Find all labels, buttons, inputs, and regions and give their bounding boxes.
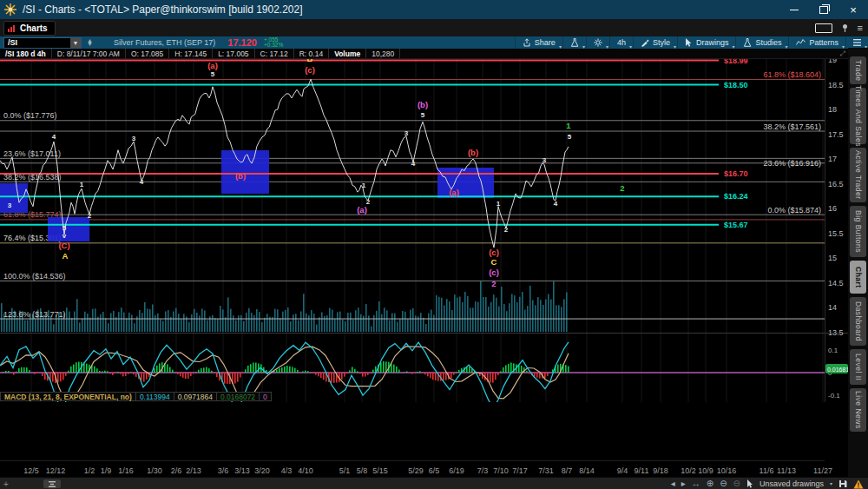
price-chart[interactable]: 0.0% ($17.776)23.6% ($17.011)38.2% ($16.…: [0, 0, 848, 402]
zoom-reset-icon[interactable]: ⊖: [733, 479, 740, 488]
time-axis-label: 2/13: [186, 466, 201, 475]
pattern-icon: [796, 38, 806, 47]
tools-button[interactable]: ▾: [562, 36, 586, 49]
drawings-button-label: Drawings: [696, 38, 729, 47]
time-axis-label: 1/9: [101, 466, 112, 475]
close-button[interactable]: ×: [838, 0, 868, 19]
macd-study-label[interactable]: MACD (13, 21, 8, EXPONENTIAL, no): [0, 392, 136, 401]
time-axis-label: 2/6: [171, 466, 182, 475]
zoom-in-icon[interactable]: ⊕: [707, 479, 713, 488]
sidebar-tab-times-and-sales[interactable]: Times And Sales: [850, 88, 866, 144]
sidebar-tab-trade[interactable]: Trade: [850, 56, 866, 84]
share-button[interactable]: Share▾: [515, 36, 562, 49]
symbol-link-icon[interactable]: ▲▼: [87, 39, 93, 46]
macd-value-badge: 0.01681: [827, 367, 848, 373]
status-bar: + ◂ ▸ ↔ ⊕ ⊖ ⊖ Unsaved drawings ▾: [0, 477, 868, 489]
sidebar-tab-live-news[interactable]: Live News: [850, 388, 866, 432]
fit-width-icon[interactable]: ↔: [692, 479, 700, 488]
style-button[interactable]: Style▾: [633, 36, 677, 49]
restore-button[interactable]: [809, 0, 838, 19]
wave-label: 1: [362, 182, 366, 189]
studies-button-label: Studies: [755, 38, 781, 47]
share-button-label: Share: [535, 38, 556, 47]
price-axis-label: 15.5: [828, 229, 844, 238]
data-line-cell: D: 8/11/17 7:00 AM: [52, 49, 126, 58]
change-percent: +0.32%: [264, 43, 283, 49]
zoom-out-icon[interactable]: ⊖: [720, 479, 727, 488]
symbol-input[interactable]: /SI ▼: [3, 37, 82, 49]
title-bar: /SI - Charts - <TOTAL> Paper@thinkorswim…: [0, 0, 868, 19]
menu-icon: [853, 39, 861, 46]
pan-right-icon[interactable]: ▸: [681, 479, 686, 488]
warning-icon[interactable]: [853, 479, 864, 489]
gadget-sidebar: TradeTimes And SalesActive TraderBig But…: [848, 48, 868, 477]
macd-axis-label: -0.1: [828, 392, 840, 400]
style-button-label: Style: [653, 38, 670, 47]
flask-icon: [743, 38, 752, 47]
time-axis-label: 8/7: [562, 466, 573, 475]
resize-icon[interactable]: ⤢: [840, 50, 845, 58]
pan-left-icon[interactable]: ◂: [671, 479, 675, 488]
sidebar-tab-big-buttons[interactable]: Big Buttons: [850, 206, 866, 257]
time-axis-label: 1/30: [147, 466, 162, 475]
wave-label: 2: [620, 183, 624, 193]
cursor-icon: [685, 38, 693, 47]
cursor-icon[interactable]: [746, 479, 753, 488]
sidebar-tab-dashboard[interactable]: Dashboard: [850, 297, 866, 346]
time-axis-label: 10/9: [698, 466, 713, 475]
macd-value: 0.113994: [136, 392, 174, 401]
symbol-dropdown-icon[interactable]: ▼: [70, 38, 81, 48]
price-axis-label: 17.5: [828, 130, 844, 139]
wave-label: A: [62, 251, 69, 261]
wave-label: 3: [542, 156, 547, 164]
drawings-button[interactable]: Drawings▾: [677, 36, 736, 49]
time-axis-label: 12/12: [46, 466, 66, 475]
time-axis-label: 4/3: [281, 466, 293, 475]
add-icon[interactable]: +: [3, 479, 9, 489]
pin-icon[interactable]: [841, 23, 849, 33]
sidebar-tab-active-trader[interactable]: Active Trader: [850, 148, 866, 202]
macd-value: 0.0971864: [174, 392, 217, 401]
chart-toolbar: /SI ▼ ▲▼ Silver Futures, ETH (SEP 17) 17…: [0, 36, 868, 49]
time-axis-label: 6/5: [429, 466, 440, 475]
symbol-value: /SI: [4, 38, 70, 47]
price-axis-label: 13.5: [828, 328, 844, 337]
minimize-button[interactable]: [779, 0, 809, 19]
fib-level-label: 23.6% ($16.916): [763, 159, 821, 168]
tabrow-menu-icon[interactable]: ≡: [858, 23, 863, 33]
time-axis-label: 3/6: [218, 466, 229, 475]
save-icon[interactable]: [838, 479, 847, 488]
timeframe-button[interactable]: 4h▾: [609, 36, 633, 49]
ohlc-data-line: /SI 180 d 4hD: 8/11/17 7:00 AMO: 17.085H…: [0, 49, 868, 59]
time-axis-label: 5/1: [339, 466, 351, 475]
share-icon: [523, 38, 531, 47]
sidebar-tab-chart[interactable]: Chart: [850, 261, 866, 294]
gear-icon: [594, 38, 602, 47]
studies-button[interactable]: Studies▾: [735, 36, 788, 49]
chart-menu-button[interactable]: ▾: [845, 36, 868, 49]
time-axis-label: 9/11: [635, 466, 649, 475]
settings-button[interactable]: ▾: [586, 36, 609, 49]
time-axis-label: 11/6: [760, 466, 774, 475]
wave-label: 3: [132, 135, 136, 142]
wave-label: 2: [504, 226, 509, 234]
thinkorswim-logo: [3, 3, 17, 17]
panel-button[interactable]: [43, 479, 61, 488]
sidebar-tab-level-ii[interactable]: Level II: [850, 349, 866, 385]
time-axis-label: 5/29: [408, 466, 424, 475]
time-axis-label: 8/14: [579, 466, 595, 475]
fib-level-label: 61.8% ($18.604): [763, 70, 821, 79]
macd-axis-label: 0.1: [828, 347, 838, 354]
time-axis-label: 5/15: [372, 466, 388, 475]
data-line-cell: L: 17.005: [213, 49, 254, 58]
unsaved-caret-icon[interactable]: ▾: [830, 479, 832, 488]
layout-button[interactable]: [815, 23, 832, 33]
tab-row: Charts ≡: [0, 19, 868, 36]
macd-value: 0.0168072: [217, 392, 260, 401]
time-axis: 12/512/121/21/91/161/302/62/133/63/133/2…: [0, 460, 825, 478]
patterns-button[interactable]: Patterns▾: [788, 36, 845, 49]
tab-charts[interactable]: Charts: [3, 21, 56, 36]
wave-label: (a): [357, 205, 367, 215]
time-axis-label: 7/31: [538, 466, 554, 475]
time-axis-label: 3/13: [234, 466, 250, 475]
